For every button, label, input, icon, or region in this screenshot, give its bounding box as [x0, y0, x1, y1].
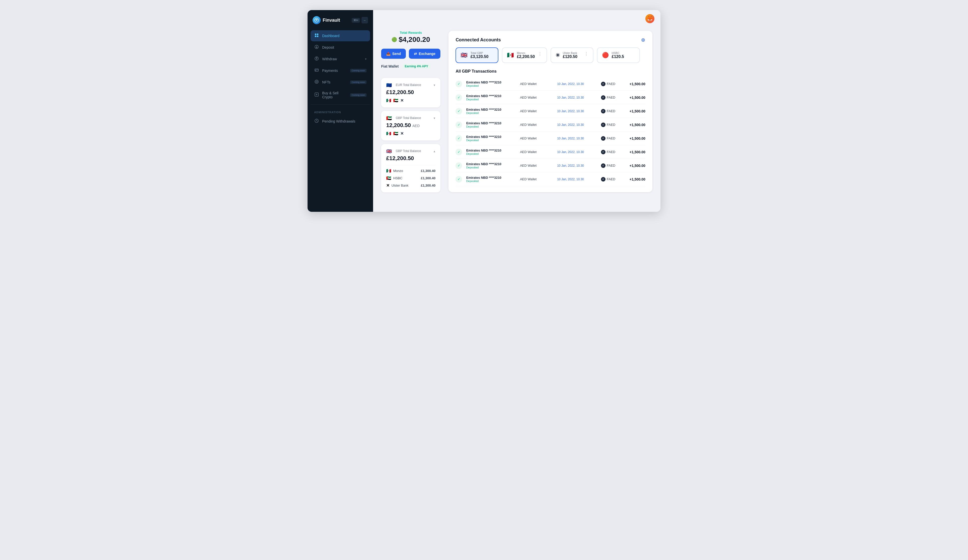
wallet-card-gbp-header: 🇬🇧 GBP Total Balance ▴ — [386, 149, 435, 154]
svg-rect-5 — [317, 36, 318, 37]
tx-amount: +1,500.00 — [625, 96, 645, 99]
sidebar-nav: Dashboard Deposit — [308, 28, 373, 212]
wallet-card-aed: 🇦🇪 GBP Total Balance ▾ 12,200.50 AED 🇲 — [381, 111, 440, 141]
eur-card-chevron-icon[interactable]: ▾ — [434, 83, 435, 87]
exchange-label: Exchange — [419, 52, 435, 56]
tx-wallet: AED Wallet — [520, 150, 553, 154]
tx-currency-dot-icon: F — [601, 150, 605, 154]
total-gbp-label: Total GBP — [471, 51, 493, 55]
hsbc-account-amount: £120.5 — [612, 55, 635, 59]
sidebar-item-pending-withdrawals[interactable]: Pending Withdrawals — [310, 116, 370, 127]
exchange-icon: ⇄ — [414, 52, 417, 56]
sidebar-item-nfts[interactable]: NFTs Coming soon — [310, 77, 370, 88]
dashboard-icon — [314, 33, 319, 38]
crypto-coming-soon-badge: Coming soon — [350, 93, 366, 97]
svg-point-11 — [315, 80, 318, 83]
send-button[interactable]: 📤 Send — [381, 49, 406, 59]
tx-currency-dot-icon: F — [601, 136, 605, 141]
sidebar-item-deposit[interactable]: Deposit — [310, 42, 370, 53]
wallet-card-eur-title-row: 🇪🇺 EUR Total Balance — [386, 83, 421, 88]
monzo-dots-icon[interactable]: ⋮ — [538, 51, 542, 56]
user-avatar[interactable]: 🦊 — [645, 14, 655, 23]
tx-currency: F FAED — [601, 163, 621, 168]
eur-amount: £12,200.50 — [386, 89, 435, 96]
account-card-ulster[interactable]: ✳ Ulster Bank £120.50 ⋮ — [550, 47, 593, 63]
account-card-total-gbp[interactable]: 🇬🇧 Total GBP £3,120.50 — [456, 47, 498, 63]
svg-rect-4 — [315, 36, 317, 37]
tx-wallet: AED Wallet — [520, 177, 553, 181]
tx-info: Emirates NBD ****3210 Deposited — [466, 94, 516, 101]
sub-bank-monzo-amount: £1,300.40 — [421, 169, 436, 173]
monzo-account-amount: £2,200.50 — [517, 55, 535, 59]
tx-amount: +1,500.00 — [625, 136, 645, 141]
sidebar-item-buy-sell-crypto[interactable]: Buy & Sell Crypto Coming soon — [310, 88, 370, 102]
account-card-monzo[interactable]: 🇲🇽 Monzo £2,200.50 ⋮ — [502, 47, 547, 63]
main-content: 🦊 Total Rewards 🟢 $4,200.20 📤 — [373, 10, 660, 212]
eur-bank-3-icon: ✕ — [400, 98, 404, 103]
sidebar-item-label-withdraw: Withdraw — [322, 57, 362, 61]
sidebar-item-payments[interactable]: Payments Coming soon — [310, 65, 370, 76]
sub-bank-ulster-amount: £1,300.40 — [421, 184, 436, 187]
table-row: ✓ Emirates NBD ****3210 Deposited AED Wa… — [456, 77, 645, 91]
table-row: ✓ Emirates NBD ****3210 Deposited AED Wa… — [456, 118, 645, 132]
tx-name: Emirates NBD ****3210 — [466, 162, 516, 166]
topbar: 🦊 — [373, 10, 660, 23]
tx-currency: F FAED — [601, 82, 621, 86]
aed-bank-icons: 🇲🇽 🇦🇪 ✕ — [386, 131, 435, 136]
sidebar-item-withdraw[interactable]: Withdraw ▾ — [310, 53, 370, 65]
tx-currency: F FAED — [601, 177, 621, 182]
tx-currency: F FAED — [601, 109, 621, 113]
crypto-icon — [314, 92, 319, 98]
sidebar-item-dashboard[interactable]: Dashboard — [310, 30, 370, 41]
tx-name: Emirates NBD ****3210 — [466, 149, 516, 152]
aed-label: GBP Total Balance — [396, 116, 421, 120]
tx-date: 10 Jan, 2022, 10.30 — [557, 164, 597, 167]
rewards-card: Total Rewards 🟢 $4,200.20 — [381, 31, 440, 44]
admin-section-label: ADMINISTRATION — [310, 107, 370, 115]
aed-amount: 12,200.50 AED — [386, 122, 435, 129]
connected-accounts-header: Connected Accounts ⊕ — [456, 37, 645, 43]
tx-check-icon: ✓ — [456, 81, 462, 87]
tx-currency: F FAED — [601, 136, 621, 141]
table-row: ✓ Emirates NBD ****3210 Deposited AED Wa… — [456, 132, 645, 145]
sub-bank-ulster-left: ✕ Ulster Bank — [386, 183, 408, 188]
sidebar-item-label-payments: Payments — [322, 69, 347, 73]
tx-name: Emirates NBD ****3210 — [466, 94, 516, 98]
back-button[interactable]: ← — [361, 17, 368, 23]
nfts-icon — [314, 80, 319, 85]
eur-bank-icons: 🇲🇽 🇦🇪 ✕ — [386, 98, 435, 103]
svg-point-12 — [316, 81, 317, 83]
eur-label: EUR Total Balance — [396, 83, 421, 87]
tx-date: 10 Jan, 2022, 10.30 — [557, 96, 597, 99]
aed-bank-3-icon: ✕ — [400, 131, 404, 136]
tx-status: Deposited — [466, 152, 516, 155]
hsbc-account-label: HSBC — [612, 51, 635, 55]
aed-bank-1-icon: 🇲🇽 — [386, 131, 391, 136]
tx-amount: +1,500.00 — [625, 123, 645, 127]
exchange-button[interactable]: ⇄ Exchange — [409, 49, 440, 59]
gbp-flag-icon: 🇬🇧 — [386, 149, 393, 154]
add-account-icon[interactable]: ⊕ — [641, 37, 645, 43]
aed-card-chevron-icon[interactable]: ▾ — [434, 116, 435, 120]
monzo-account-info: Monzo £2,200.50 — [517, 51, 535, 59]
sidebar-item-label-crypto: Buy & Sell Crypto — [322, 91, 347, 99]
account-card-hsbc[interactable]: 🔴 HSBC £120.5 — [597, 47, 640, 63]
wallet-card-eur: 🇪🇺 EUR Total Balance ▾ £12,200.50 🇲🇽 🇦🇪 … — [381, 78, 440, 108]
gbp-card-chevron-icon[interactable]: ▴ — [434, 149, 435, 153]
sub-bank-hsbc-name: HSBC — [393, 176, 402, 180]
wallet-card-gbp-title-row: 🇬🇧 GBP Total Balance — [386, 149, 421, 154]
send-icon: 📤 — [386, 52, 391, 56]
tx-check-icon: ✓ — [456, 108, 462, 114]
deposit-icon — [314, 45, 319, 50]
tx-amount: +1,500.00 — [625, 150, 645, 154]
wallet-card-aed-header: 🇦🇪 GBP Total Balance ▾ — [386, 116, 435, 121]
ulster-dots-icon[interactable]: ⋮ — [584, 51, 588, 56]
main-inner: Total Rewards 🟢 $4,200.20 📤 Send ⇄ — [373, 23, 660, 200]
tx-amount: +1,500.00 — [625, 109, 645, 113]
rewards-up-icon: 🟢 — [391, 37, 397, 42]
withdraw-chevron-icon: ▾ — [365, 57, 366, 61]
logo-area: Finvault — [313, 16, 340, 24]
monzo-flag-icon: 🇲🇽 — [386, 169, 391, 173]
sub-bank-hsbc: 🇦🇪 HSBC £1,300.40 — [386, 176, 435, 181]
tx-status: Deposited — [466, 179, 516, 182]
